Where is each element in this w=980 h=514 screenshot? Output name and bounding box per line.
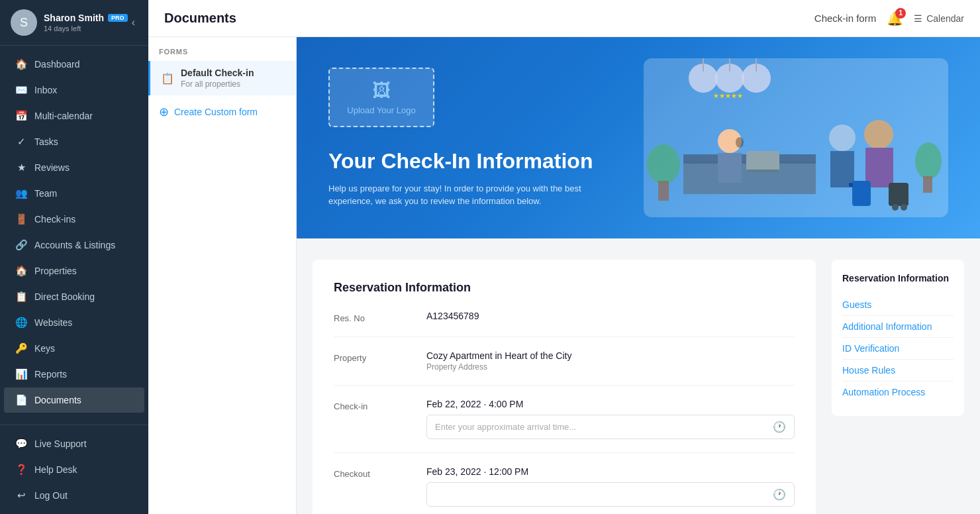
sidebar-item-accounts-listings[interactable]: 🔗Accounts & Listings xyxy=(4,232,144,258)
sidebar-label-check-ins: Check-ins xyxy=(34,214,75,225)
default-checkin-item[interactable]: 📋 Default Check-in For all properties xyxy=(148,61,296,95)
sidebar-label-direct-booking: Direct Booking xyxy=(34,291,95,302)
svg-rect-13 xyxy=(718,153,742,183)
calendar-label: Calendar xyxy=(926,13,964,24)
right-nav-house-rules[interactable]: House Rules xyxy=(842,360,954,382)
upload-image-icon: 🖼 xyxy=(372,79,391,101)
arrival-time-input[interactable]: Enter your approximate arrival time... 🕐 xyxy=(426,415,795,439)
res-no-value: A123456789 xyxy=(426,311,795,321)
sidebar-label-inbox: Inbox xyxy=(34,85,57,95)
sidebar-label-websites: Websites xyxy=(34,317,72,328)
forms-section-label: FORMS xyxy=(148,48,296,61)
tasks-icon: ✓ xyxy=(15,136,28,148)
create-custom-form-button[interactable]: ⊕ Create Custom form xyxy=(148,98,296,126)
right-nav-automation[interactable]: Automation Process xyxy=(842,382,954,403)
checkout-value: Feb 23, 2022 · 12:00 PM 🕐 xyxy=(426,466,795,507)
sidebar-item-properties[interactable]: 🏠Properties xyxy=(4,258,144,283)
checkout-row: Checkout Feb 23, 2022 · 12:00 PM 🕐 xyxy=(334,466,795,514)
res-no-row: Res. No A123456789 xyxy=(334,311,795,337)
sidebar-item-team[interactable]: 👥Team xyxy=(4,181,144,206)
right-nav-guests[interactable]: Guests xyxy=(842,294,954,316)
content-area: FORMS 📋 Default Check-in For all propert… xyxy=(148,37,980,514)
checkin-date-text: Feb 22, 2022 · 4:00 PM xyxy=(426,399,795,409)
topbar-right: Check-in form 🔔 1 ☰ Calendar xyxy=(814,11,964,26)
sidebar-label-properties: Properties xyxy=(34,266,77,276)
keys-icon: 🔑 xyxy=(15,342,28,354)
res-no-label: Res. No xyxy=(334,311,426,323)
checkin-label: Check-in xyxy=(334,399,426,411)
checkin-form-title: Default Check-in xyxy=(181,68,254,78)
checkout-label: Checkout xyxy=(334,466,426,479)
sidebar-item-help-desk[interactable]: ❓Help Desk xyxy=(4,457,144,482)
days-left: 14 days left xyxy=(44,25,129,32)
departure-time-input[interactable]: 🕐 xyxy=(426,482,795,507)
hero-left: 🖼 Upload Your Logo Your Check-In Informa… xyxy=(328,68,644,207)
sidebar-label-live-support: Live Support xyxy=(34,438,87,449)
reservation-section-title: Reservation Information xyxy=(334,281,795,295)
calendar-icon: 📅 xyxy=(15,110,28,122)
team-icon: 👥 xyxy=(15,187,28,199)
document-main: 🖼 Upload Your Logo Your Check-In Informa… xyxy=(297,37,980,514)
sidebar-item-documents[interactable]: 📄Documents xyxy=(4,387,144,413)
svg-point-26 xyxy=(915,142,942,180)
page-title: Documents xyxy=(164,11,236,26)
right-nav-additional-info[interactable]: Additional Information xyxy=(842,316,954,338)
sidebar-item-direct-booking[interactable]: 📋Direct Booking xyxy=(4,284,144,309)
sidebar-label-tasks: Tasks xyxy=(34,136,58,147)
sidebar-item-reviews[interactable]: ★Reviews xyxy=(4,155,144,180)
user-profile: S Sharon Smith PRO 14 days left ‹ xyxy=(0,0,148,46)
calendar-button[interactable]: ☰ Calendar xyxy=(914,13,964,24)
websites-icon: 🌐 xyxy=(15,317,28,329)
sidebar-item-websites[interactable]: 🌐Websites xyxy=(4,310,144,335)
svg-rect-18 xyxy=(830,151,854,187)
sidebar-item-keys[interactable]: 🔑Keys xyxy=(4,336,144,361)
upload-logo-label: Upload Your Logo xyxy=(347,105,415,115)
collapse-sidebar-button[interactable]: ‹ xyxy=(129,14,138,31)
sidebar-item-reports[interactable]: 📊Reports xyxy=(4,362,144,387)
right-nav-panel: Reservation Information Guests Additiona… xyxy=(832,260,964,416)
main-content: Documents Check-in form 🔔 1 ☰ Calendar F… xyxy=(148,0,980,514)
sidebar-label-keys: Keys xyxy=(34,343,55,354)
hero-banner: 🖼 Upload Your Logo Your Check-In Informa… xyxy=(297,37,980,238)
log-out-icon: ↩ xyxy=(15,489,28,501)
notification-button[interactable]: 🔔 1 xyxy=(887,11,903,26)
svg-rect-22 xyxy=(849,183,853,187)
checkin-value: Feb 22, 2022 · 4:00 PM Enter your approx… xyxy=(426,399,795,439)
right-nav-id-verification[interactable]: ID Verification xyxy=(842,338,954,360)
sidebar-item-tasks[interactable]: ✓Tasks xyxy=(4,129,144,154)
sidebar-item-inbox[interactable]: ✉️Inbox xyxy=(4,77,144,103)
direct-booking-icon: 📋 xyxy=(15,291,28,303)
res-no-text: A123456789 xyxy=(426,311,795,321)
hero-description: Help us prepare for your stay! In order … xyxy=(328,182,607,208)
documents-icon: 📄 xyxy=(15,394,28,406)
reservation-section: Reservation Information Res. No A1234567… xyxy=(297,238,980,514)
reviews-icon: ★ xyxy=(15,162,28,174)
accounts-icon: 🔗 xyxy=(15,239,28,251)
sidebar-item-dashboard[interactable]: 🏠Dashboard xyxy=(4,52,144,77)
user-name: Sharon Smith xyxy=(44,13,104,23)
hero-title: Your Check-In Information xyxy=(328,148,644,174)
sidebar-label-help-desk: Help Desk xyxy=(34,464,77,475)
property-label: Property xyxy=(334,350,426,363)
notification-badge: 1 xyxy=(895,8,906,19)
sidebar-item-log-out[interactable]: ↩Log Out xyxy=(4,483,144,508)
clock-icon: 🕐 xyxy=(773,421,786,433)
live-support-icon: 💬 xyxy=(15,438,28,450)
property-name: Cozy Apartment in Heart of the City xyxy=(426,350,795,361)
svg-point-25 xyxy=(901,204,907,211)
sidebar: S Sharon Smith PRO 14 days left ‹ 🏠Dashb… xyxy=(0,0,148,514)
help-desk-icon: ❓ xyxy=(15,464,28,476)
sidebar-label-documents: Documents xyxy=(34,395,81,405)
sidebar-item-check-ins[interactable]: 🚪Check-ins xyxy=(4,207,144,232)
topbar: Documents Check-in form 🔔 1 ☰ Calendar xyxy=(148,0,980,37)
logo-upload-box[interactable]: 🖼 Upload Your Logo xyxy=(328,68,434,127)
sidebar-item-multi-calendar[interactable]: 📅Multi-calendar xyxy=(4,103,144,128)
properties-icon: 🏠 xyxy=(15,265,28,277)
clock-icon-2: 🕐 xyxy=(773,488,786,501)
sidebar-item-live-support[interactable]: 💬Live Support xyxy=(4,431,144,456)
forms-panel: FORMS 📋 Default Check-in For all propert… xyxy=(148,37,297,514)
inbox-icon: ✉️ xyxy=(15,84,28,96)
reservation-form: Reservation Information Res. No A1234567… xyxy=(313,260,816,514)
hero-illustration: ★★★★★ xyxy=(644,58,948,217)
create-form-icon: ⊕ xyxy=(159,105,169,119)
